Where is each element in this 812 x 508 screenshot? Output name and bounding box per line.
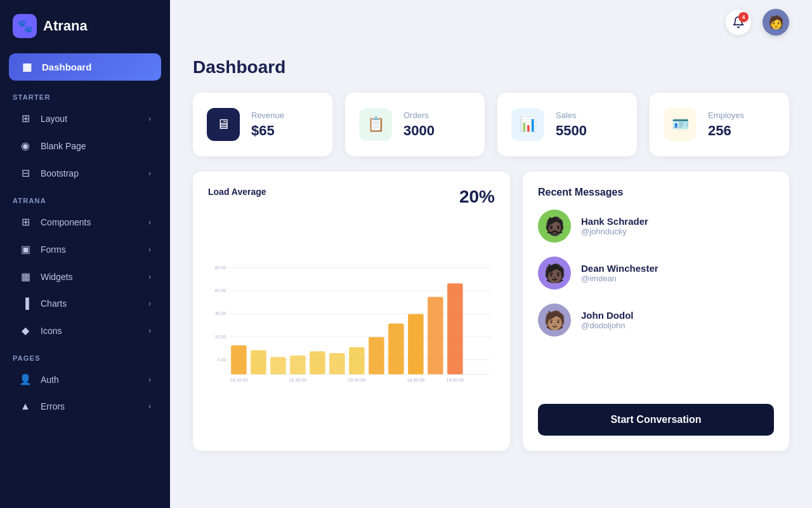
user-avatar[interactable]: 🧑 bbox=[763, 9, 789, 36]
orders-label: Orders bbox=[403, 110, 435, 120]
svg-rect-21 bbox=[428, 297, 443, 374]
section-pages: PAGES bbox=[0, 344, 170, 366]
start-conversation-button[interactable]: Start Conversation bbox=[538, 404, 774, 436]
content-area: Dashboard 🖥 Revenue $65 📋 Orders 3000 📊 bbox=[170, 44, 812, 508]
chevron-icon: › bbox=[148, 326, 151, 335]
sidebar-item-auth[interactable]: 👤 Auth › bbox=[6, 366, 164, 392]
sidebar-item-forms-label: Forms bbox=[41, 244, 66, 255]
svg-text:18:20:00: 18:20:00 bbox=[230, 378, 248, 383]
sidebar-item-widgets-label: Widgets bbox=[41, 272, 73, 282]
sales-icon: 📊 bbox=[511, 108, 544, 141]
chevron-icon: › bbox=[148, 299, 151, 308]
message-name-2: John Dodol bbox=[581, 310, 634, 321]
sidebar-item-charts[interactable]: ▐ Charts › bbox=[6, 291, 164, 316]
svg-rect-17 bbox=[349, 347, 365, 375]
svg-rect-19 bbox=[388, 323, 404, 374]
notifications-button[interactable]: 4 bbox=[726, 10, 751, 35]
components-icon: ⊞ bbox=[19, 216, 32, 228]
svg-rect-13 bbox=[270, 357, 286, 374]
svg-rect-16 bbox=[329, 353, 345, 375]
sales-label: Sales bbox=[556, 110, 587, 120]
sidebar-item-bootstrap-label: Bootstrap bbox=[41, 168, 79, 178]
icons-icon: ◆ bbox=[19, 324, 32, 337]
bottom-row: Load Average 20% 80.00 60.00 bbox=[193, 171, 789, 451]
errors-icon: ▲ bbox=[19, 401, 32, 412]
page-title: Dashboard bbox=[193, 57, 789, 77]
sidebar-item-charts-label: Charts bbox=[41, 298, 67, 309]
widgets-icon: ▦ bbox=[19, 271, 32, 283]
sidebar-item-layout-label: Layout bbox=[41, 114, 67, 124]
svg-rect-15 bbox=[310, 351, 325, 374]
sidebar-item-blank-page[interactable]: ◉ Blank Page bbox=[6, 133, 164, 159]
chevron-icon: › bbox=[148, 169, 151, 178]
svg-text:19:00:00: 19:00:00 bbox=[447, 378, 464, 383]
sidebar-item-errors[interactable]: ▲ Errors › bbox=[6, 394, 164, 419]
chevron-icon: › bbox=[148, 245, 151, 254]
sidebar-item-components-label: Components bbox=[41, 217, 91, 227]
sidebar-item-components[interactable]: ⊞ Components › bbox=[6, 209, 164, 235]
message-avatar-2: 🧑🏽 bbox=[538, 304, 571, 337]
svg-rect-11 bbox=[231, 345, 247, 375]
app-name: Atrana bbox=[43, 18, 88, 34]
svg-rect-14 bbox=[290, 356, 306, 375]
svg-text:18:50:00: 18:50:00 bbox=[407, 378, 425, 383]
revenue-icon: 🖥 bbox=[207, 108, 240, 141]
svg-text:18:30:00: 18:30:00 bbox=[289, 378, 307, 383]
sidebar-item-forms[interactable]: ▣ Forms › bbox=[6, 236, 164, 262]
message-item-2: 🧑🏽 John Dodol @dodoljohn bbox=[538, 304, 774, 337]
chevron-icon: › bbox=[148, 114, 151, 123]
stats-row: 🖥 Revenue $65 📋 Orders 3000 📊 Sales 5500 bbox=[193, 93, 789, 156]
stat-card-revenue: 🖥 Revenue $65 bbox=[193, 93, 332, 156]
chart-title: Load Average bbox=[208, 187, 266, 197]
main-area: 4 🧑 Dashboard 🖥 Revenue $65 📋 Orders 300… bbox=[170, 0, 812, 508]
message-handle-1: @imdean bbox=[581, 274, 658, 283]
chart-percentage: 20% bbox=[459, 187, 495, 207]
svg-rect-22 bbox=[447, 283, 463, 374]
charts-icon: ▐ bbox=[19, 298, 32, 309]
sidebar-item-layout[interactable]: ⊞ Layout › bbox=[6, 105, 164, 131]
message-avatar-0: 🧔🏿 bbox=[538, 210, 571, 243]
sidebar-item-icons-label: Icons bbox=[41, 326, 62, 336]
svg-text:20.00: 20.00 bbox=[215, 335, 226, 340]
svg-text:60.00: 60.00 bbox=[215, 288, 226, 293]
layout-icon: ⊞ bbox=[19, 112, 32, 124]
chart-area: 80.00 60.00 40.00 20.00 0.00 bbox=[208, 217, 495, 436]
sidebar-item-widgets[interactable]: ▦ Widgets › bbox=[6, 264, 164, 290]
stat-card-sales: 📊 Sales 5500 bbox=[497, 93, 637, 156]
svg-text:0.00: 0.00 bbox=[218, 358, 226, 363]
message-item-1: 🧑🏿 Dean Winchester @imdean bbox=[538, 257, 774, 290]
chevron-icon: › bbox=[148, 375, 151, 384]
bootstrap-icon: ⊟ bbox=[19, 167, 32, 179]
chevron-icon: › bbox=[148, 402, 151, 411]
sidebar: 🐾 Atrana ▦ Dashboard STARTER ⊞ Layout › … bbox=[0, 0, 170, 508]
revenue-label: Revenue bbox=[251, 110, 284, 120]
svg-text:18:40:00: 18:40:00 bbox=[348, 378, 366, 383]
chart-card: Load Average 20% 80.00 60.00 bbox=[193, 171, 510, 451]
orders-icon: 📋 bbox=[359, 108, 392, 141]
sidebar-item-dashboard-label: Dashboard bbox=[42, 62, 91, 72]
dashboard-icon: ▦ bbox=[20, 61, 33, 73]
stat-card-employees: 🪪 Employes 256 bbox=[650, 93, 789, 156]
svg-rect-12 bbox=[251, 350, 266, 374]
chevron-icon: › bbox=[148, 218, 151, 227]
section-atrana: ATRANA bbox=[0, 187, 170, 208]
svg-text:40.00: 40.00 bbox=[215, 312, 226, 317]
notification-badge: 4 bbox=[738, 12, 749, 22]
message-item-0: 🧔🏿 Hank Schrader @johnducky bbox=[538, 210, 774, 243]
sidebar-item-auth-label: Auth bbox=[41, 375, 59, 385]
sidebar-item-bootstrap[interactable]: ⊟ Bootstrap › bbox=[6, 160, 164, 186]
auth-icon: 👤 bbox=[19, 373, 32, 385]
svg-rect-18 bbox=[369, 337, 384, 375]
message-handle-0: @johnducky bbox=[581, 227, 648, 236]
header: 4 🧑 bbox=[170, 0, 812, 44]
revenue-value: $65 bbox=[251, 123, 284, 139]
message-name-0: Hank Schrader bbox=[581, 216, 648, 227]
message-name-1: Dean Winchester bbox=[581, 263, 658, 274]
message-handle-2: @dodoljohn bbox=[581, 321, 634, 330]
svg-rect-20 bbox=[408, 314, 424, 375]
sidebar-item-icons[interactable]: ◆ Icons › bbox=[6, 318, 164, 344]
employees-value: 256 bbox=[708, 123, 744, 139]
stat-card-orders: 📋 Orders 3000 bbox=[345, 93, 485, 156]
sidebar-item-dashboard[interactable]: ▦ Dashboard bbox=[9, 53, 161, 81]
app-logo: 🐾 Atrana bbox=[0, 0, 170, 51]
